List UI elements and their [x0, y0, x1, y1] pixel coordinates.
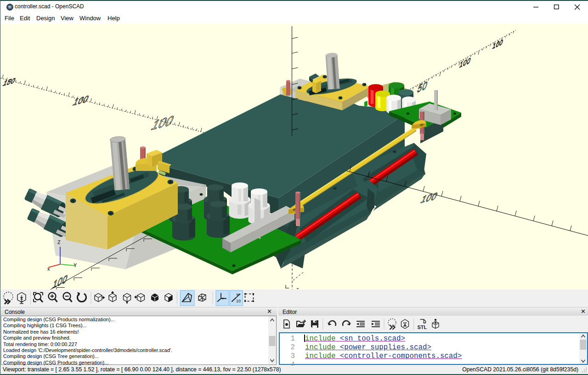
svg-text:100: 100 [492, 37, 504, 50]
svg-text:100: 100 [419, 190, 440, 205]
svg-text:10: 10 [236, 299, 241, 303]
svg-text:x: x [47, 266, 50, 272]
svg-text:100: 100 [51, 272, 69, 290]
svg-text:STL: STL [418, 324, 427, 330]
svg-text:50: 50 [416, 79, 429, 95]
svg-text:Y: Y [74, 262, 77, 268]
svg-text:100: 100 [458, 56, 472, 69]
svg-text:100: 100 [71, 93, 91, 108]
svg-text:100: 100 [149, 113, 177, 133]
svg-text:Z: Z [57, 239, 61, 245]
svg-text:150: 150 [2, 76, 17, 87]
